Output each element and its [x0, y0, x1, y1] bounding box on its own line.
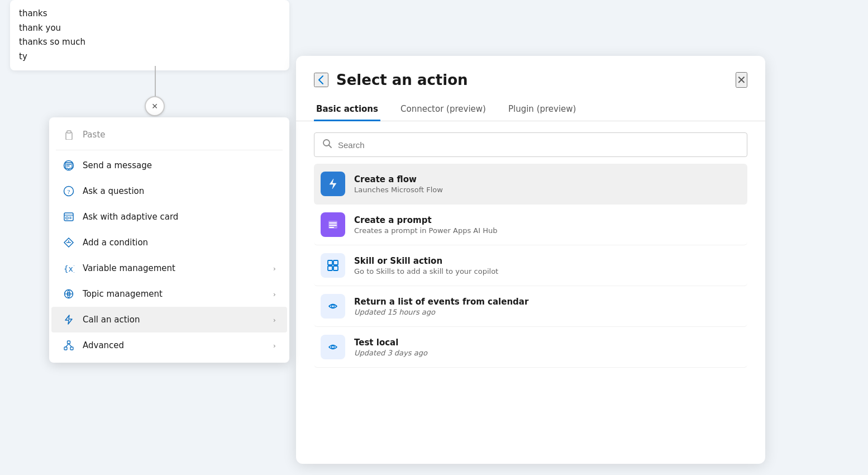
svg-rect-17 [68, 341, 70, 344]
action-text-create-flow: Create a flow Launches Microsoft Flow [354, 174, 443, 194]
panel-title: Select an action [336, 72, 728, 88]
action-item-create-flow[interactable]: Create a flow Launches Microsoft Flow [314, 164, 747, 205]
test-local-icon [321, 335, 345, 359]
skill-icon [321, 253, 345, 278]
svg-line-22 [329, 145, 332, 148]
advanced-arrow: › [273, 341, 276, 350]
panel-back-button[interactable] [314, 73, 328, 87]
menu-divider-1 [56, 150, 283, 150]
card-icon [63, 211, 75, 223]
node-line-3: thanks so much [19, 35, 280, 50]
test-local-desc: Updated 3 days ago [354, 349, 427, 357]
advanced-icon [63, 339, 75, 352]
svg-line-20 [69, 344, 72, 347]
action-text-create-prompt: Create a prompt Creates a prompt in Powe… [354, 215, 497, 235]
variable-mgmt-arrow: › [273, 264, 276, 273]
svg-rect-1 [67, 131, 71, 133]
svg-rect-5 [64, 213, 73, 221]
topic-icon [63, 288, 75, 300]
action-icon [63, 314, 75, 326]
message-icon [63, 159, 75, 172]
action-text-test-local: Test local Updated 3 days ago [354, 338, 427, 357]
svg-rect-28 [333, 260, 338, 265]
node-line-2: thank you [19, 21, 280, 36]
context-menu: Paste Send a message ? Ask a question [49, 117, 289, 363]
call-action-arrow: › [273, 316, 276, 324]
node-card: thanks thank you thanks so much ty [10, 0, 289, 70]
panel-close-button[interactable]: ✕ [736, 72, 747, 88]
condition-icon [63, 236, 75, 249]
svg-point-32 [332, 346, 335, 349]
action-item-create-prompt[interactable]: Create a prompt Creates a prompt in Powe… [314, 205, 747, 245]
variable-icon: {x} [63, 262, 75, 274]
return-events-name: Return a list of events from calendar [354, 297, 528, 307]
menu-item-call-action[interactable]: Call an action › [51, 307, 287, 332]
create-flow-desc: Launches Microsoft Flow [354, 186, 443, 194]
menu-item-paste[interactable]: Paste [51, 122, 287, 148]
create-flow-icon [321, 172, 345, 196]
tab-basic-actions[interactable]: Basic actions [314, 98, 380, 121]
action-item-test-local[interactable]: Test local Updated 3 days ago [314, 327, 747, 368]
svg-line-19 [66, 344, 69, 347]
svg-rect-27 [328, 260, 332, 265]
action-item-return-events[interactable]: Return a list of events from calendar Up… [314, 286, 747, 327]
ask-adaptive-label: Ask with adaptive card [83, 212, 276, 222]
return-events-icon [321, 294, 345, 319]
svg-point-31 [332, 305, 335, 308]
delete-node-button[interactable]: ✕ [145, 96, 165, 116]
test-local-name: Test local [354, 338, 427, 348]
paste-label: Paste [83, 130, 276, 140]
search-icon [322, 139, 332, 151]
menu-item-advanced[interactable]: Advanced › [51, 332, 287, 358]
create-prompt-icon [321, 212, 345, 237]
tab-plugin[interactable]: Plugin (preview) [506, 98, 579, 121]
paste-icon [63, 129, 75, 141]
svg-rect-30 [333, 266, 338, 270]
node-line-4: ty [19, 50, 280, 64]
create-flow-name: Create a flow [354, 174, 443, 184]
svg-text:{x}: {x} [64, 264, 74, 273]
action-text-return-events: Return a list of events from calendar Up… [354, 297, 528, 316]
create-prompt-desc: Creates a prompt in Power Apps AI Hub [354, 226, 497, 235]
node-line-1: thanks [19, 7, 280, 21]
advanced-label: Advanced [83, 340, 265, 350]
topic-mgmt-label: Topic management [83, 289, 265, 299]
skill-desc: Go to Skills to add a skill to your copi… [354, 267, 498, 276]
action-item-skill[interactable]: Skill or Skill action Go to Skills to ad… [314, 245, 747, 286]
topic-mgmt-arrow: › [273, 290, 276, 298]
action-panel: Select an action ✕ Basic actions Connect… [296, 56, 765, 464]
panel-search-area [296, 121, 765, 164]
svg-rect-18 [70, 347, 73, 350]
panel-tabs: Basic actions Connector (preview) Plugin… [296, 98, 765, 121]
menu-item-ask-adaptive[interactable]: Ask with adaptive card [51, 204, 287, 230]
svg-rect-16 [64, 347, 67, 350]
question-icon: ? [63, 185, 75, 197]
menu-item-add-condition[interactable]: Add a condition [51, 230, 287, 255]
panel-header: Select an action ✕ [296, 56, 765, 88]
create-prompt-name: Create a prompt [354, 215, 497, 225]
skill-name: Skill or Skill action [354, 256, 498, 266]
search-box [314, 132, 747, 157]
menu-item-send-message[interactable]: Send a message [51, 153, 287, 178]
return-events-desc: Updated 15 hours ago [354, 308, 528, 316]
svg-rect-0 [66, 132, 72, 140]
tab-connector[interactable]: Connector (preview) [398, 98, 488, 121]
search-input[interactable] [338, 140, 739, 150]
menu-item-topic-mgmt[interactable]: Topic management › [51, 281, 287, 307]
menu-item-variable-mgmt[interactable]: {x} Variable management › [51, 255, 287, 281]
action-list: Create a flow Launches Microsoft Flow Cr… [296, 164, 765, 464]
call-action-label: Call an action [83, 315, 265, 325]
svg-rect-7 [66, 217, 68, 219]
menu-item-ask-question[interactable]: ? Ask a question [51, 178, 287, 204]
action-text-skill: Skill or Skill action Go to Skills to ad… [354, 256, 498, 276]
send-message-label: Send a message [83, 160, 276, 170]
svg-text:?: ? [68, 188, 70, 195]
add-condition-label: Add a condition [83, 238, 276, 248]
svg-rect-29 [328, 266, 332, 270]
ask-question-label: Ask a question [83, 186, 276, 196]
variable-mgmt-label: Variable management [83, 263, 265, 273]
